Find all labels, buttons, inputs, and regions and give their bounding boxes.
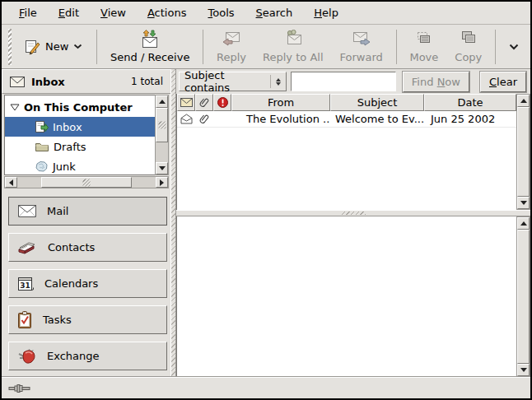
content-area: Inbox 1 total On This Computer: [2, 69, 530, 377]
reply-button[interactable]: Reply: [208, 26, 254, 67]
shortcut-label: Tasks: [43, 314, 72, 326]
clear-button[interactable]: Clear: [480, 72, 526, 92]
preview-pane-body: [177, 216, 516, 377]
find-now-button[interactable]: Find Now: [403, 72, 469, 92]
reply-to-all-button[interactable]: Reply to All: [254, 26, 331, 67]
reply-to-all-label: Reply to All: [263, 51, 323, 63]
scrollbar-thumb[interactable]: [41, 177, 132, 188]
reply-icon: [221, 30, 242, 49]
menu-tools[interactable]: Tools: [197, 3, 245, 22]
expander-triangle-icon[interactable]: [10, 104, 20, 111]
forward-button[interactable]: Forward: [332, 26, 391, 67]
shortcut-exchange-button[interactable]: Exchange: [8, 342, 167, 370]
vertical-pane-splitter[interactable]: [170, 69, 176, 377]
attachment-icon: [195, 114, 213, 124]
send-receive-label: Send / Receive: [110, 51, 189, 63]
calendar-icon: 31: [17, 276, 35, 292]
toolbar-separator: [203, 30, 203, 64]
menu-file[interactable]: File: [8, 3, 48, 22]
arrow-down-icon: [159, 166, 166, 170]
column-important[interactable]: [213, 94, 231, 111]
attachment-icon: [199, 97, 210, 108]
shortcut-calendars-button[interactable]: 31 Calendars: [8, 269, 167, 298]
tree-item-on-this-computer[interactable]: On This Computer: [5, 97, 155, 117]
column-status[interactable]: [177, 94, 195, 111]
shortcut-tasks-button[interactable]: Tasks: [8, 305, 167, 334]
folder-message-count: 1 total: [131, 76, 163, 87]
menu-help[interactable]: Help: [303, 3, 349, 22]
scroll-left-button[interactable]: [5, 177, 17, 188]
chevron-down-icon: [509, 44, 519, 50]
copy-icon: [458, 30, 479, 49]
contacts-icon: [17, 240, 38, 255]
scroll-down-button[interactable]: [156, 162, 168, 174]
move-label: Move: [409, 51, 438, 63]
tree-item-drafts[interactable]: Drafts: [5, 137, 155, 156]
online-status-icon[interactable]: [8, 384, 33, 393]
scrollbar-thumb[interactable]: [517, 107, 530, 197]
open-envelope-icon: [177, 114, 195, 124]
message-from: The Evolution ...: [231, 113, 330, 125]
scroll-up-button[interactable]: [517, 95, 530, 107]
toolbar-separator: [396, 30, 397, 64]
tree-item-label: Junk: [53, 160, 76, 173]
shortcut-contacts-button[interactable]: Contacts: [8, 233, 167, 262]
column-from-label: From: [268, 96, 294, 109]
message-list-body: The Evolution ... Welcome to Ev... Jun 2…: [177, 111, 516, 210]
scroll-up-button[interactable]: [156, 95, 168, 108]
reply-to-all-icon: [282, 30, 304, 49]
scroll-right-button[interactable]: [156, 177, 168, 188]
tree-item-inbox[interactable]: Inbox: [5, 117, 155, 137]
menu-view[interactable]: View: [90, 3, 137, 22]
tree-item-junk[interactable]: Junk: [5, 156, 155, 175]
message-row[interactable]: The Evolution ... Welcome to Ev... Jun 2…: [177, 111, 516, 128]
move-button[interactable]: Move: [401, 26, 446, 67]
preview-vertical-scrollbar[interactable]: [516, 216, 530, 377]
tasks-icon: [17, 311, 33, 329]
new-button[interactable]: New: [15, 33, 91, 61]
folder-title-bar: Inbox 1 total: [2, 69, 170, 94]
send-receive-button[interactable]: Send / Receive: [102, 26, 198, 67]
folder-tree-horizontal-scrollbar[interactable]: [4, 176, 169, 188]
arrow-up-icon: [520, 99, 527, 103]
menu-actions[interactable]: Actions: [137, 3, 198, 22]
scroll-up-button[interactable]: [517, 217, 530, 230]
message-status-icon: [180, 98, 193, 107]
folder-icon: [35, 141, 49, 152]
toolbar-drag-handle[interactable]: [8, 29, 12, 65]
column-attachment[interactable]: [195, 94, 213, 111]
scrollbar-thumb[interactable]: [517, 230, 530, 364]
important-icon: [217, 97, 228, 108]
shortcut-label: Calendars: [44, 277, 98, 290]
column-subject[interactable]: Subject: [330, 94, 424, 111]
toolbar: New Send / Receive Reply Reply to All: [2, 25, 530, 69]
copy-label: Copy: [455, 51, 482, 63]
copy-button[interactable]: Copy: [446, 26, 490, 67]
tree-item-label: Inbox: [53, 121, 82, 133]
folder-tree-vertical-scrollbar[interactable]: [155, 95, 169, 175]
menu-search[interactable]: Search: [245, 3, 304, 22]
shortcut-mail-button[interactable]: Mail: [8, 197, 167, 226]
status-bar: [2, 377, 530, 398]
message-list-vertical-scrollbar[interactable]: [516, 94, 530, 210]
column-date[interactable]: Date: [424, 94, 516, 111]
search-criteria-dropdown[interactable]: Subject contains: [179, 72, 287, 91]
column-from[interactable]: From: [231, 94, 330, 111]
arrow-down-icon: [520, 368, 527, 372]
shortcut-bar: Mail Contacts 31 Calendars: [2, 188, 170, 377]
arrow-up-icon: [159, 100, 166, 104]
toolbar-overflow-button[interactable]: [501, 40, 527, 53]
preview-pane-splitter[interactable]: [176, 210, 530, 216]
scrollbar-thumb[interactable]: [156, 108, 168, 142]
search-input[interactable]: [291, 72, 396, 91]
scroll-down-button[interactable]: [517, 364, 530, 376]
forward-label: Forward: [340, 51, 383, 63]
scroll-down-button[interactable]: [517, 197, 530, 209]
calendar-day-text: 31: [20, 281, 30, 289]
junk-folder-icon: [35, 160, 49, 173]
move-icon: [413, 30, 435, 49]
shortcut-label: Exchange: [47, 350, 100, 362]
inbox-folder-icon: [35, 120, 49, 133]
folder-tree: On This Computer Inbox D: [4, 95, 155, 175]
menu-edit[interactable]: Edit: [48, 3, 90, 22]
